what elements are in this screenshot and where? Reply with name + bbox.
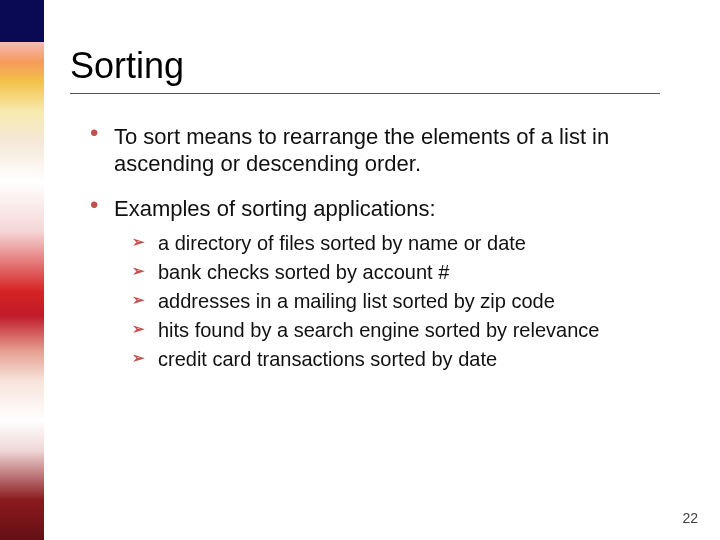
sidebar-gradient-strip [0,42,44,540]
sub-bullet-text: bank checks sorted by account # [158,261,449,283]
page-number: 22 [682,510,698,526]
bullet-item: To sort means to rearrange the elements … [90,124,650,178]
sub-bullet-item: ➢hits found by a search engine sorted by… [132,317,650,344]
slide-title: Sorting [70,45,690,87]
arrow-icon: ➢ [132,290,145,310]
sub-bullet-list: ➢a directory of files sorted by name or … [132,230,650,373]
sub-bullet-item: ➢bank checks sorted by account # [132,259,650,286]
main-bullet-list: To sort means to rearrange the elements … [90,124,650,373]
sidebar-top-block [0,0,44,42]
sub-bullet-item: ➢a directory of files sorted by name or … [132,230,650,257]
decorative-sidebar [0,0,44,540]
arrow-icon: ➢ [132,261,145,281]
sub-bullet-item: ➢credit card transactions sorted by date [132,346,650,373]
slide-content: Sorting To sort means to rearrange the e… [70,45,690,510]
bullet-text: To sort means to rearrange the elements … [114,124,609,176]
sub-bullet-text: hits found by a search engine sorted by … [158,319,599,341]
arrow-icon: ➢ [132,348,145,368]
arrow-icon: ➢ [132,232,145,252]
arrow-icon: ➢ [132,319,145,339]
title-underline [70,93,660,94]
sub-bullet-text: addresses in a mailing list sorted by zi… [158,290,555,312]
sub-bullet-text: credit card transactions sorted by date [158,348,497,370]
sub-bullet-text: a directory of files sorted by name or d… [158,232,526,254]
sub-bullet-item: ➢addresses in a mailing list sorted by z… [132,288,650,315]
bullet-text: Examples of sorting applications: [114,196,436,221]
bullet-item: Examples of sorting applications: ➢a dir… [90,196,650,374]
